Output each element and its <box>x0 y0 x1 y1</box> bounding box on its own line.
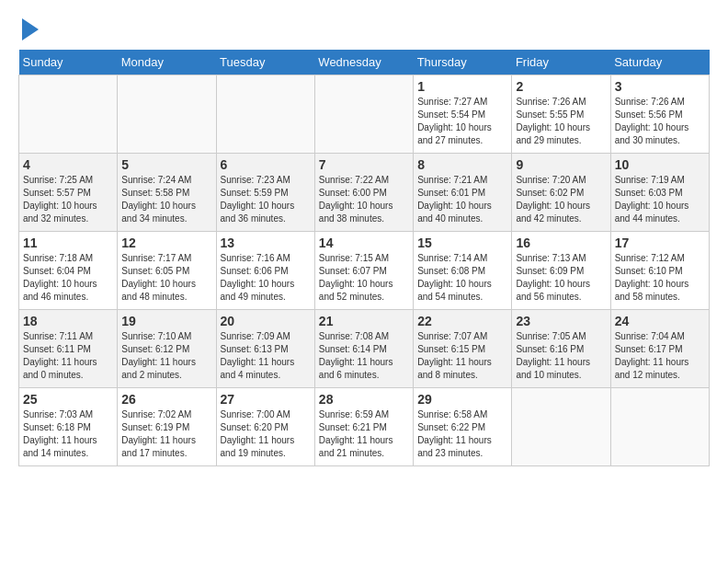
day-info: Sunrise: 7:09 AM Sunset: 6:13 PM Dayligh… <box>221 330 311 382</box>
day-info: Sunrise: 7:23 AM Sunset: 5:59 PM Dayligh… <box>221 174 311 225</box>
calendar-cell: 2Sunrise: 7:26 AM Sunset: 5:55 PM Daylig… <box>512 75 610 154</box>
day-info: Sunrise: 7:25 AM Sunset: 5:57 PM Dayligh… <box>23 174 113 225</box>
day-info: Sunrise: 6:59 AM Sunset: 6:21 PM Dayligh… <box>319 408 409 460</box>
weekday-header-tuesday: Tuesday <box>216 50 314 75</box>
day-number: 5 <box>121 157 211 172</box>
logo-arrow-icon <box>22 18 39 40</box>
calendar-cell <box>216 75 314 154</box>
day-info: Sunrise: 7:07 AM Sunset: 6:15 PM Dayligh… <box>417 330 507 382</box>
calendar-week-row: 4Sunrise: 7:25 AM Sunset: 5:57 PM Daylig… <box>19 154 710 232</box>
calendar-cell <box>610 388 709 466</box>
calendar-week-row: 18Sunrise: 7:11 AM Sunset: 6:11 PM Dayli… <box>19 310 710 388</box>
day-info: Sunrise: 6:58 AM Sunset: 6:22 PM Dayligh… <box>417 408 507 460</box>
day-number: 22 <box>417 314 507 328</box>
day-number: 28 <box>319 392 409 407</box>
calendar-cell <box>19 75 118 154</box>
calendar-cell: 12Sunrise: 7:17 AM Sunset: 6:05 PM Dayli… <box>118 232 216 310</box>
day-info: Sunrise: 7:20 AM Sunset: 6:02 PM Dayligh… <box>516 174 606 225</box>
day-info: Sunrise: 7:18 AM Sunset: 6:04 PM Dayligh… <box>23 252 113 304</box>
calendar-cell: 8Sunrise: 7:21 AM Sunset: 6:01 PM Daylig… <box>414 154 512 232</box>
day-number: 6 <box>221 157 311 172</box>
day-number: 21 <box>319 314 409 328</box>
calendar-cell: 6Sunrise: 7:23 AM Sunset: 5:59 PM Daylig… <box>216 154 314 232</box>
calendar-cell: 20Sunrise: 7:09 AM Sunset: 6:13 PM Dayli… <box>216 310 314 388</box>
day-number: 2 <box>516 79 606 94</box>
day-info: Sunrise: 7:08 AM Sunset: 6:14 PM Dayligh… <box>319 330 409 382</box>
day-number: 29 <box>417 392 507 407</box>
calendar-cell: 26Sunrise: 7:02 AM Sunset: 6:19 PM Dayli… <box>118 388 216 466</box>
day-info: Sunrise: 7:13 AM Sunset: 6:09 PM Dayligh… <box>516 252 606 304</box>
weekday-header-sunday: Sunday <box>19 50 118 75</box>
day-number: 26 <box>121 392 211 407</box>
day-info: Sunrise: 7:14 AM Sunset: 6:08 PM Dayligh… <box>417 252 507 304</box>
calendar-cell: 7Sunrise: 7:22 AM Sunset: 6:00 PM Daylig… <box>314 154 413 232</box>
weekday-header-row: SundayMondayTuesdayWednesdayThursdayFrid… <box>19 50 710 75</box>
day-number: 4 <box>23 157 113 172</box>
calendar-cell: 19Sunrise: 7:10 AM Sunset: 6:12 PM Dayli… <box>118 310 216 388</box>
day-number: 12 <box>121 236 211 250</box>
day-number: 3 <box>615 79 705 94</box>
day-info: Sunrise: 7:11 AM Sunset: 6:11 PM Dayligh… <box>23 330 113 382</box>
weekday-header-wednesday: Wednesday <box>314 50 413 75</box>
calendar-cell <box>314 75 413 154</box>
calendar-week-row: 1Sunrise: 7:27 AM Sunset: 5:54 PM Daylig… <box>19 75 710 154</box>
day-number: 20 <box>221 314 311 328</box>
day-info: Sunrise: 7:17 AM Sunset: 6:05 PM Dayligh… <box>121 252 211 304</box>
day-number: 7 <box>319 157 409 172</box>
calendar-cell: 21Sunrise: 7:08 AM Sunset: 6:14 PM Dayli… <box>314 310 413 388</box>
weekday-header-thursday: Thursday <box>414 50 512 75</box>
day-info: Sunrise: 7:24 AM Sunset: 5:58 PM Dayligh… <box>121 174 211 225</box>
day-info: Sunrise: 7:26 AM Sunset: 5:55 PM Dayligh… <box>516 96 606 147</box>
day-info: Sunrise: 7:10 AM Sunset: 6:12 PM Dayligh… <box>121 330 211 382</box>
day-number: 11 <box>23 236 113 250</box>
logo <box>18 18 39 40</box>
calendar-cell: 3Sunrise: 7:26 AM Sunset: 5:56 PM Daylig… <box>610 75 709 154</box>
weekday-header-monday: Monday <box>118 50 216 75</box>
day-number: 8 <box>417 157 507 172</box>
day-info: Sunrise: 7:02 AM Sunset: 6:19 PM Dayligh… <box>121 408 211 460</box>
calendar-week-row: 25Sunrise: 7:03 AM Sunset: 6:18 PM Dayli… <box>19 388 710 466</box>
calendar-cell: 24Sunrise: 7:04 AM Sunset: 6:17 PM Dayli… <box>610 310 709 388</box>
calendar-cell: 23Sunrise: 7:05 AM Sunset: 6:16 PM Dayli… <box>512 310 610 388</box>
day-number: 23 <box>516 314 606 328</box>
day-info: Sunrise: 7:12 AM Sunset: 6:10 PM Dayligh… <box>615 252 705 304</box>
calendar-cell <box>118 75 216 154</box>
day-number: 25 <box>23 392 113 407</box>
day-number: 14 <box>319 236 409 250</box>
calendar-cell: 10Sunrise: 7:19 AM Sunset: 6:03 PM Dayli… <box>610 154 709 232</box>
day-info: Sunrise: 7:21 AM Sunset: 6:01 PM Dayligh… <box>417 174 507 225</box>
day-info: Sunrise: 7:00 AM Sunset: 6:20 PM Dayligh… <box>221 408 311 460</box>
day-info: Sunrise: 7:19 AM Sunset: 6:03 PM Dayligh… <box>615 174 705 225</box>
day-info: Sunrise: 7:27 AM Sunset: 5:54 PM Dayligh… <box>417 96 507 147</box>
calendar-cell: 5Sunrise: 7:24 AM Sunset: 5:58 PM Daylig… <box>118 154 216 232</box>
day-info: Sunrise: 7:26 AM Sunset: 5:56 PM Dayligh… <box>615 96 705 147</box>
calendar-cell: 28Sunrise: 6:59 AM Sunset: 6:21 PM Dayli… <box>314 388 413 466</box>
day-number: 16 <box>516 236 606 250</box>
calendar-cell: 1Sunrise: 7:27 AM Sunset: 5:54 PM Daylig… <box>414 75 512 154</box>
calendar-cell <box>512 388 610 466</box>
day-number: 1 <box>417 79 507 94</box>
day-number: 19 <box>121 314 211 328</box>
calendar-cell: 4Sunrise: 7:25 AM Sunset: 5:57 PM Daylig… <box>19 154 118 232</box>
page-header <box>18 18 710 40</box>
calendar-cell: 29Sunrise: 6:58 AM Sunset: 6:22 PM Dayli… <box>414 388 512 466</box>
calendar-cell: 11Sunrise: 7:18 AM Sunset: 6:04 PM Dayli… <box>19 232 118 310</box>
calendar-week-row: 11Sunrise: 7:18 AM Sunset: 6:04 PM Dayli… <box>19 232 710 310</box>
calendar-cell: 18Sunrise: 7:11 AM Sunset: 6:11 PM Dayli… <box>19 310 118 388</box>
day-number: 10 <box>615 157 705 172</box>
day-info: Sunrise: 7:04 AM Sunset: 6:17 PM Dayligh… <box>615 330 705 382</box>
weekday-header-friday: Friday <box>512 50 610 75</box>
calendar-table: SundayMondayTuesdayWednesdayThursdayFrid… <box>18 50 710 466</box>
calendar-cell: 13Sunrise: 7:16 AM Sunset: 6:06 PM Dayli… <box>216 232 314 310</box>
calendar-cell: 25Sunrise: 7:03 AM Sunset: 6:18 PM Dayli… <box>19 388 118 466</box>
day-info: Sunrise: 7:16 AM Sunset: 6:06 PM Dayligh… <box>221 252 311 304</box>
calendar-cell: 14Sunrise: 7:15 AM Sunset: 6:07 PM Dayli… <box>314 232 413 310</box>
day-info: Sunrise: 7:22 AM Sunset: 6:00 PM Dayligh… <box>319 174 409 225</box>
calendar-cell: 27Sunrise: 7:00 AM Sunset: 6:20 PM Dayli… <box>216 388 314 466</box>
calendar-cell: 16Sunrise: 7:13 AM Sunset: 6:09 PM Dayli… <box>512 232 610 310</box>
weekday-header-saturday: Saturday <box>610 50 709 75</box>
calendar-cell: 22Sunrise: 7:07 AM Sunset: 6:15 PM Dayli… <box>414 310 512 388</box>
day-number: 27 <box>221 392 311 407</box>
calendar-cell: 17Sunrise: 7:12 AM Sunset: 6:10 PM Dayli… <box>610 232 709 310</box>
calendar-cell: 15Sunrise: 7:14 AM Sunset: 6:08 PM Dayli… <box>414 232 512 310</box>
